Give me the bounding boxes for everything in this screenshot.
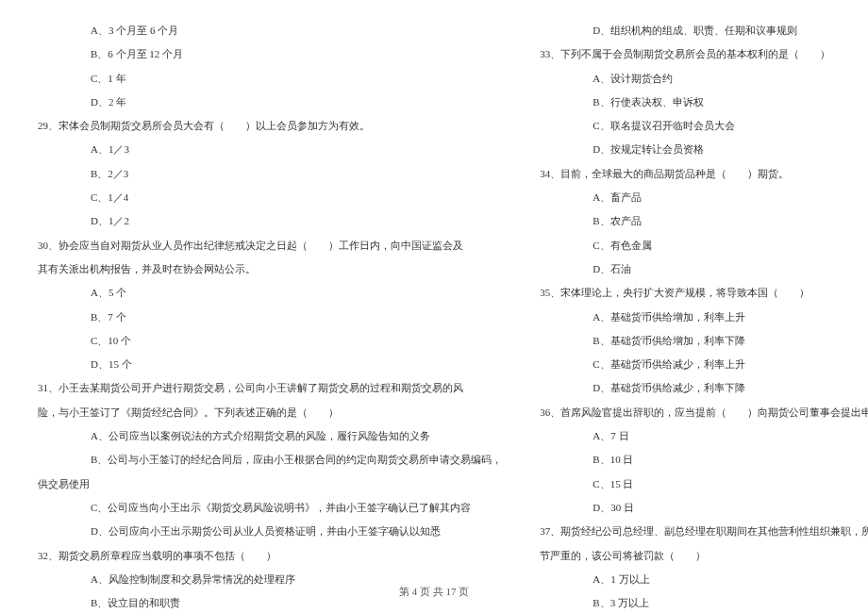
text-line: B、公司与小王签订的经纪合同后，应由小王根据合同的约定向期货交易所申请交易编码，: [38, 448, 502, 472]
text-line: D、组织机构的组成、职责、任期和议事规则: [540, 19, 868, 42]
text-line: D、30 日: [540, 496, 868, 520]
text-line: D、公司应向小王出示期货公司从业人员资格证明，并由小王签字确认以知悉: [38, 520, 502, 543]
text-line: A、1／3: [38, 138, 502, 161]
text-line: 35、宋体理论上，央行扩大资产规模，将导致本国（ ）: [540, 281, 868, 305]
left-column: A、3 个月至 6 个月B、6 个月至 12 个月C、1 年D、2 年29、宋体…: [38, 19, 502, 566]
text-line: D、按规定转让会员资格: [540, 138, 868, 161]
text-line: 31、小王去某期货公司开户进行期货交易，公司向小王讲解了期货交易的过程和期货交易…: [38, 376, 502, 400]
text-line: D、15 个: [38, 353, 502, 376]
page-footer: 第 4 页 共 17 页: [0, 585, 868, 599]
text-line: B、6 个月至 12 个月: [38, 42, 502, 66]
text-line: B、10 日: [540, 448, 868, 472]
text-line: B、基础货币供给增加，利率下降: [540, 329, 868, 353]
text-line: A、7 日: [540, 424, 868, 448]
text-line: 供交易使用: [38, 472, 502, 496]
text-line: D、2 年: [38, 91, 502, 114]
text-line: B、行使表决权、申诉权: [540, 91, 868, 114]
text-line: D、基础货币供给减少，利率下降: [540, 376, 868, 400]
text-line: C、公司应当向小王出示《期货交易风险说明书》，并由小王签字确认已了解其内容: [38, 496, 502, 520]
text-line: C、1 年: [38, 67, 502, 91]
text-line: 险，与小王签订了《期货经纪合同》。下列表述正确的是（ ）: [38, 401, 502, 424]
text-line: C、联名提议召开临时会员大会: [540, 114, 868, 138]
text-line: 34、目前，全球最大的商品期货品种是（ ）期货。: [540, 162, 868, 186]
text-line: C、基础货币供给减少，利率上升: [540, 353, 868, 376]
text-line: 节严重的，该公司将被罚款（ ）: [540, 544, 868, 568]
text-line: 32、期货交易所章程应当载明的事项不包括（ ）: [38, 544, 502, 568]
text-line: A、5 个: [38, 281, 502, 305]
text-line: 37、期货经纪公司总经理、副总经理在职期间在其他营利性组织兼职，所在公司隐瞒不报…: [540, 520, 868, 543]
text-line: B、农产品: [540, 209, 868, 233]
text-line: A、3 个月至 6 个月: [38, 19, 502, 42]
text-line: 36、首席风险官提出辞职的，应当提前（ ）向期货公司董事会提出申请。: [540, 401, 868, 424]
text-line: 30、协会应当自对期货从业人员作出纪律惩戒决定之日起（ ）工作日内，向中国证监会…: [38, 234, 502, 257]
text-line: D、石油: [540, 257, 868, 281]
right-column: D、组织机构的组成、职责、任期和议事规则33、下列不属于会员制期货交易所会员的基…: [540, 19, 868, 566]
text-line: C、10 个: [38, 329, 502, 353]
text-line: C、1／4: [38, 186, 502, 209]
text-line: A、公司应当以案例说法的方式介绍期货交易的风险，履行风险告知的义务: [38, 424, 502, 448]
text-line: C、有色金属: [540, 234, 868, 257]
text-line: 33、下列不属于会员制期货交易所会员的基本权利的是（ ）: [540, 42, 868, 66]
text-line: 29、宋体会员制期货交易所会员大会有（ ）以上会员参加方为有效。: [38, 114, 502, 138]
text-line: B、7 个: [38, 306, 502, 329]
text-line: C、15 日: [540, 472, 868, 496]
text-line: A、畜产品: [540, 186, 868, 209]
text-line: A、设计期货合约: [540, 67, 868, 91]
text-line: D、1／2: [38, 209, 502, 233]
text-line: A、基础货币供给增加，利率上升: [540, 306, 868, 329]
text-line: B、2／3: [38, 162, 502, 186]
text-line: 其有关派出机构报告，并及时在协会网站公示。: [38, 257, 502, 281]
